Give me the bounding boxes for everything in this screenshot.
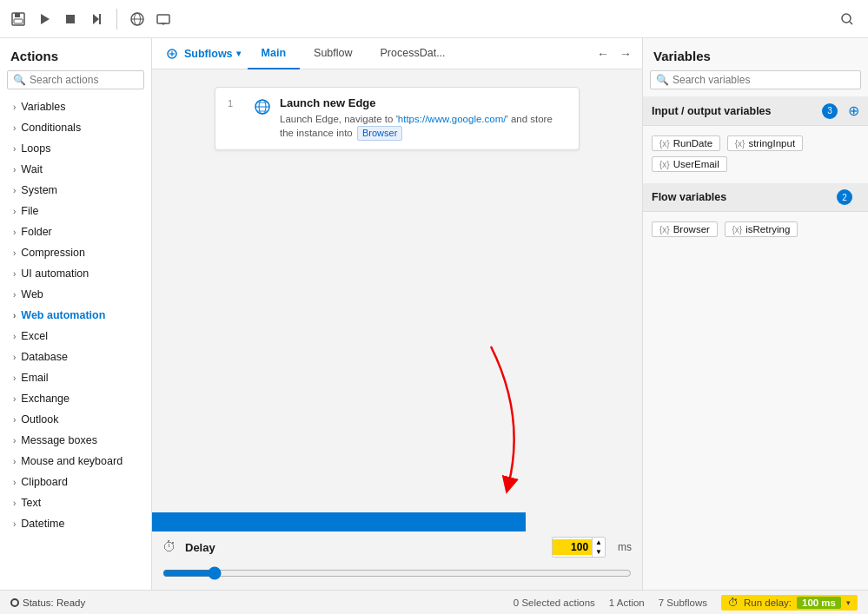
tab-prev-button[interactable]: ←	[593, 45, 613, 63]
var-icon: {x}	[659, 160, 670, 169]
var-section-input-output: Input / output variables 3 ⊕ {x} RunDate…	[643, 96, 868, 182]
action-item-loops[interactable]: ›Loops	[0, 138, 151, 159]
action-item-web[interactable]: ›Web	[0, 284, 151, 305]
action-chevron-icon: ›	[13, 436, 16, 446]
variables-title: Variables	[643, 38, 868, 70]
tab-next-button[interactable]: →	[616, 45, 635, 63]
action-item-outlook[interactable]: ›Outlook	[0, 409, 151, 430]
delay-slider[interactable]	[162, 566, 632, 580]
action-item-mouse-and-keyboard[interactable]: ›Mouse and keyboard	[0, 451, 151, 472]
add-input-output-var-button[interactable]: ⊕	[848, 102, 859, 119]
delay-clock-icon: ⏱	[162, 539, 176, 555]
action-chevron-icon: ›	[13, 519, 16, 529]
var-chip-rundate[interactable]: {x} RunDate	[652, 135, 720, 151]
tab-processdata[interactable]: ProcessDat...	[367, 38, 460, 69]
delay-increment-button[interactable]: ▲	[593, 538, 605, 547]
var-chip-stringinput[interactable]: {x} stringInput	[727, 135, 803, 151]
action-item-folder[interactable]: ›Folder	[0, 221, 151, 242]
svg-rect-10	[157, 15, 169, 23]
var-isretrying-label: isRetrying	[745, 224, 790, 234]
svg-rect-2	[14, 19, 23, 23]
status-bar: Status: Ready 0 Selected actions 1 Actio…	[0, 590, 868, 614]
delay-slider-row	[152, 563, 642, 590]
action-chevron-icon: ›	[13, 248, 16, 258]
svg-point-13	[842, 14, 851, 23]
action-item-label: Clipboard	[21, 476, 68, 488]
subflows-dropdown[interactable]: Subflows ▾	[159, 44, 248, 63]
svg-rect-6	[99, 14, 101, 24]
var-chip-browser[interactable]: {x} Browser	[652, 221, 718, 237]
action-chevron-icon: ›	[13, 228, 16, 237]
search-toolbar-button[interactable]	[835, 7, 859, 31]
tabs-bar: Subflows ▾ Main Subflow ProcessDat... ← …	[152, 38, 642, 69]
actions-list: ›Variables›Conditionals›Loops›Wait›Syste…	[0, 96, 151, 590]
action-chevron-icon: ›	[13, 311, 16, 320]
action-item-message-boxes[interactable]: ›Message boxes	[0, 430, 151, 451]
action-chevron-icon: ›	[13, 102, 16, 112]
blue-progress-bar	[152, 512, 526, 531]
subflows-count-label: 7 Subflows	[659, 597, 707, 608]
action-item-clipboard[interactable]: ›Clipboard	[0, 472, 151, 492]
run-delay-control[interactable]: ⏱ Run delay: 100 ms ▾	[721, 595, 858, 611]
bottom-overlay: ⏱ Delay ▲ ▼ ms	[152, 512, 642, 590]
action-item-conditionals[interactable]: ›Conditionals	[0, 117, 151, 138]
action-item-datetime[interactable]: ›Datetime	[0, 513, 151, 534]
action-item-label: System	[21, 184, 57, 196]
action-chevron-icon: ›	[13, 207, 16, 216]
annotation-arrow	[421, 347, 560, 520]
search-actions-input[interactable]	[30, 74, 138, 86]
run-delay-value: 100 ms	[797, 597, 841, 609]
input-output-count-badge: 3	[822, 103, 838, 119]
action-item-compression[interactable]: ›Compression	[0, 242, 151, 263]
save-button[interactable]	[9, 10, 28, 29]
action-item-excel[interactable]: ›Excel	[0, 326, 151, 347]
action-item-system[interactable]: ›System	[0, 180, 151, 201]
search-actions-icon: 🔍	[13, 74, 26, 86]
action-item-label: Conditionals	[21, 122, 81, 134]
svg-rect-4	[66, 15, 75, 23]
tab-main[interactable]: Main	[248, 38, 300, 69]
delay-decrement-button[interactable]: ▼	[593, 547, 605, 557]
action-item-label: Email	[21, 372, 48, 384]
action-item-label: Loops	[21, 142, 50, 155]
input-output-vars-body: {x} RunDate {x} stringInput {x} UserEmai…	[643, 126, 868, 182]
action-item-wait[interactable]: ›Wait	[0, 159, 151, 180]
action-chevron-icon: ›	[13, 415, 16, 425]
var-section-input-output-header[interactable]: Input / output variables 3 ⊕	[643, 96, 868, 126]
var-rundate-label: RunDate	[673, 138, 712, 149]
var-chip-useremail[interactable]: {x} UserEmail	[652, 156, 727, 172]
canvas: 1 Launch new Edge Launch Ed	[152, 69, 642, 590]
action-item-ui-automation[interactable]: ›UI automation	[0, 263, 151, 284]
action-chevron-icon: ›	[13, 186, 16, 195]
delay-value-input[interactable]	[553, 539, 592, 555]
action-item-label: Database	[21, 351, 68, 363]
var-chip-isretrying[interactable]: {x} isRetrying	[725, 221, 798, 237]
action-item-email[interactable]: ›Email	[0, 367, 151, 388]
action-item-text[interactable]: ›Text	[0, 492, 151, 513]
toolbar	[0, 0, 868, 38]
action-item-exchange[interactable]: ›Exchange	[0, 388, 151, 409]
action-item-label: Exchange	[21, 393, 70, 405]
action-item-label: Wait	[21, 163, 43, 175]
var-useremail-label: UserEmail	[673, 159, 719, 169]
action-item-variables[interactable]: ›Variables	[0, 96, 151, 117]
browser-button[interactable]	[128, 10, 147, 29]
actions-panel: Actions 🔍 ›Variables›Conditionals›Loops›…	[0, 38, 152, 590]
stop-button[interactable]	[61, 10, 80, 29]
tab-subflow[interactable]: Subflow	[300, 38, 366, 69]
var-section-flow: Flow variables 2 {x} Browser {x} isRetry…	[643, 183, 868, 247]
action-chevron-icon: ›	[13, 394, 16, 404]
canvas-panel: Subflows ▾ Main Subflow ProcessDat... ← …	[152, 38, 642, 590]
var-section-flow-header[interactable]: Flow variables 2	[643, 183, 868, 212]
run-button[interactable]	[35, 10, 54, 29]
action-item-database[interactable]: ›Database	[0, 347, 151, 367]
input-output-section-title: Input / output variables	[652, 105, 822, 117]
run-delay-text: Run delay:	[744, 597, 792, 608]
search-variables-box[interactable]: 🔍	[650, 70, 861, 89]
step-button[interactable]	[87, 10, 106, 29]
action-item-file[interactable]: ›File	[0, 201, 151, 221]
search-variables-input[interactable]	[673, 74, 855, 86]
search-actions-box[interactable]: 🔍	[7, 70, 144, 89]
screen-button[interactable]	[154, 10, 173, 29]
action-item-web-automation[interactable]: ›Web automation	[0, 305, 151, 326]
